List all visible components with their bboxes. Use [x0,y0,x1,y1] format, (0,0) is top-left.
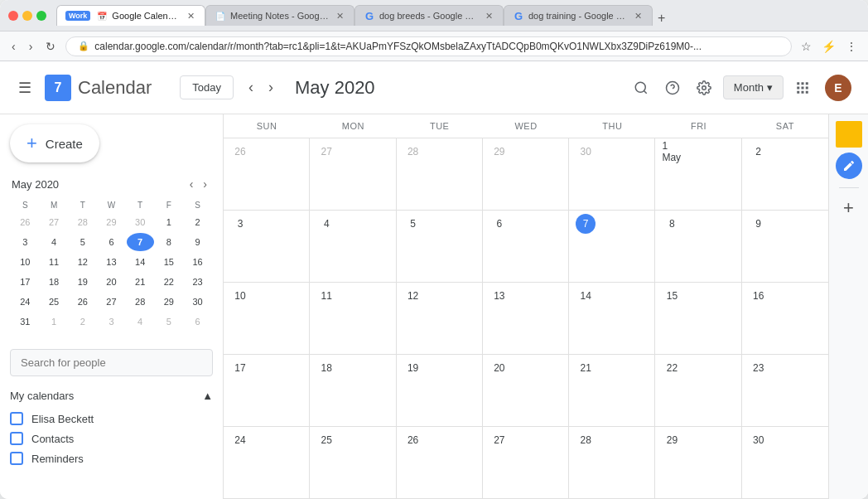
mini-cal-next[interactable]: › [199,176,211,192]
url-bar[interactable]: 🔒 calendar.google.com/calendar/r/month?t… [65,36,792,56]
mini-cal-day[interactable]: 30 [127,213,154,231]
reload-button[interactable]: ↻ [42,39,59,54]
mini-cal-day[interactable]: 26 [69,293,96,311]
cal-cell[interactable]: 10 [224,283,310,354]
tab-close-calendar[interactable]: ✕ [186,11,196,22]
extensions-button[interactable]: ⚡ [819,37,838,56]
cal-cell[interactable]: 9 [742,211,828,282]
mini-cal-day[interactable]: 4 [127,312,154,331]
cal-cell[interactable]: 6 [483,211,569,282]
view-selector[interactable]: Month ▾ [723,75,784,99]
cal-cell[interactable]: 29 [655,427,741,498]
minimize-traffic-light[interactable] [22,11,32,21]
forward-button[interactable]: › [26,39,36,54]
mini-cal-day[interactable]: 5 [156,312,183,331]
cal-cell[interactable]: 15 [655,283,741,354]
search-people-input[interactable] [10,349,213,376]
cal-cell[interactable]: 1 May [655,138,741,210]
mini-cal-day[interactable]: 28 [127,293,154,311]
mini-cal-day[interactable]: 28 [69,213,96,231]
mini-cal-day[interactable]: 3 [98,312,125,331]
prev-month-button[interactable]: ‹ [242,75,260,99]
back-button[interactable]: ‹ [8,39,19,54]
cal-cell[interactable]: 3 [224,211,310,282]
mini-cal-day[interactable]: 6 [98,233,125,251]
user-avatar-button[interactable]: E [822,71,855,104]
collapse-icon[interactable]: ▲ [202,390,213,402]
mini-cal-day[interactable]: 2 [69,312,96,331]
mini-cal-day[interactable]: 1 [41,312,68,331]
calendar-checkbox[interactable] [10,432,23,445]
side-add-button[interactable]: + [837,196,861,220]
today-button[interactable]: Today [180,75,234,99]
cal-cell[interactable]: 21 [569,355,655,426]
create-button[interactable]: + Create [10,124,99,162]
cal-cell[interactable]: 24 [224,427,310,498]
cal-cell[interactable]: 26 [397,427,483,498]
cal-cell[interactable]: 18 [310,355,396,426]
cal-cell[interactable]: 2 [742,138,828,210]
calendar-checkbox[interactable] [10,412,23,425]
mini-cal-day[interactable]: 29 [98,213,125,231]
mini-cal-day[interactable]: 12 [69,253,96,271]
mini-cal-day[interactable]: 16 [184,253,211,271]
calendar-item[interactable]: Elisa Beckett [10,409,213,429]
mini-cal-day[interactable]: 15 [156,253,183,271]
calendar-checkbox[interactable] [10,452,23,465]
tab-dog-breeds[interactable]: G dog breeds - Google Search ✕ [354,5,504,26]
maximize-traffic-light[interactable] [36,11,46,21]
cal-cell[interactable]: 28 [569,427,655,498]
cal-cell[interactable]: 27 [483,427,569,498]
mini-cal-day[interactable]: 29 [156,293,183,311]
mini-cal-day[interactable]: 18 [41,273,68,291]
menu-button[interactable]: ⋮ [843,37,860,56]
mini-cal-day[interactable]: 1 [156,213,183,231]
help-button[interactable] [660,75,685,100]
mini-cal-day[interactable]: 22 [156,273,183,291]
cal-cell[interactable]: 23 [742,355,828,426]
mini-cal-day[interactable]: 5 [69,233,96,251]
mini-cal-day[interactable]: 25 [41,293,68,311]
hamburger-button[interactable]: ☰ [13,74,36,102]
cal-cell[interactable]: 17 [224,355,310,426]
calendar-item[interactable]: Reminders [10,448,213,468]
apps-grid-button[interactable] [790,75,815,100]
cal-cell[interactable]: 4 [310,211,396,282]
settings-button[interactable] [692,75,716,100]
mini-cal-day[interactable]: 31 [12,312,39,331]
tab-close-dog-breeds[interactable]: ✕ [484,11,494,22]
cal-cell[interactable]: 27 [310,138,396,210]
mini-cal-day[interactable]: 14 [127,253,154,271]
mini-cal-day[interactable]: 8 [156,233,183,251]
mini-cal-prev[interactable]: ‹ [186,176,198,192]
mini-cal-day[interactable]: 9 [184,233,211,251]
cal-cell[interactable]: 11 [310,283,396,354]
cal-cell[interactable]: 22 [655,355,741,426]
mini-cal-day[interactable]: 30 [184,293,211,311]
calendar-item[interactable]: Contacts [10,429,213,448]
mini-cal-day[interactable]: 21 [127,273,154,291]
tab-close-dog-training[interactable]: ✕ [633,11,644,22]
cal-cell[interactable]: 8 [655,211,741,282]
cal-cell[interactable]: 26 [224,138,310,210]
mini-cal-day[interactable]: 23 [184,273,211,291]
cal-cell[interactable]: 29 [483,138,569,210]
tab-close-docs[interactable]: ✕ [335,11,345,22]
new-tab-button[interactable]: + [653,11,670,26]
mini-cal-day[interactable]: 27 [98,293,125,311]
cal-cell[interactable]: 7 [569,211,655,282]
cal-cell[interactable]: 25 [310,427,396,498]
mini-cal-day[interactable]: 24 [12,293,39,311]
mini-cal-day[interactable]: 13 [98,253,125,271]
cal-cell[interactable]: 16 [742,283,828,354]
mini-cal-day[interactable]: 20 [98,273,125,291]
tab-meeting-notes[interactable]: 📄 Meeting Notes - Google Docs ✕ [205,5,354,26]
cal-cell[interactable]: 14 [569,283,655,354]
search-button[interactable] [629,75,653,100]
mini-cal-day[interactable]: 2 [184,213,211,231]
cal-cell[interactable]: 12 [397,283,483,354]
cal-cell[interactable]: 28 [397,138,483,210]
cal-cell[interactable]: 13 [483,283,569,354]
tab-google-calendar[interactable]: Work 📅 Google Calendar - May 2020 ✕ [56,5,205,26]
mini-cal-day[interactable]: 3 [12,233,39,251]
